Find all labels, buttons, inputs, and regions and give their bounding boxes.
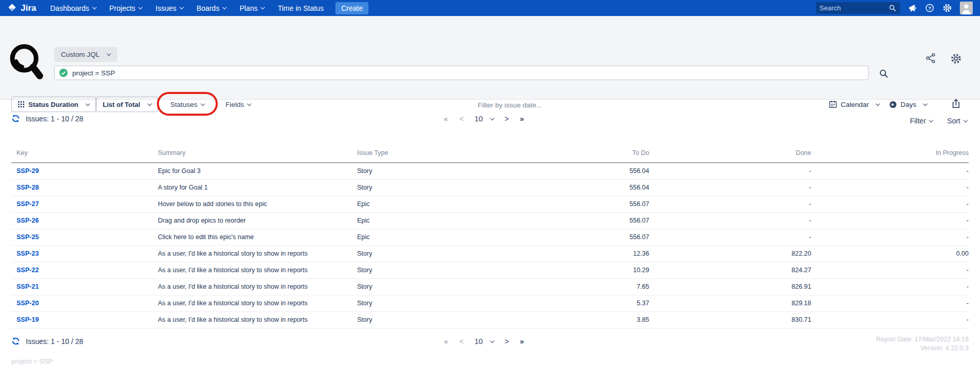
check-circle-icon xyxy=(59,69,68,77)
cell-key: SSP-29 xyxy=(11,163,158,179)
nav-item-dashboards[interactable]: Dashboards xyxy=(43,0,103,16)
table-row: SSP-22As a user, I'd like a historical s… xyxy=(11,262,969,278)
jql-type-dropdown[interactable]: Custom JQL xyxy=(54,47,117,62)
nav-item-issues[interactable]: Issues xyxy=(149,0,189,16)
nav-search-input[interactable] xyxy=(820,4,889,12)
chevron-down-icon xyxy=(490,116,494,120)
cell-summary: As a user, I'd like a historical story t… xyxy=(158,245,357,262)
report-version: Version: 4.22.0.3 xyxy=(876,344,969,353)
page-size-select[interactable]: 10 xyxy=(475,115,494,123)
cell-summary: As a user, I'd like a historical story t… xyxy=(158,278,357,295)
issue-table-body: SSP-29Epic for Goal 3Story556.04--SSP-28… xyxy=(11,163,969,328)
issue-key-link[interactable]: SSP-21 xyxy=(17,283,39,290)
chevron-down-icon xyxy=(490,338,494,342)
nav-item-time-in-status[interactable]: Time in Status xyxy=(271,0,330,16)
search-icon xyxy=(889,4,896,12)
page-prev-button[interactable]: < xyxy=(459,337,463,346)
page-first-button[interactable]: « xyxy=(444,337,448,346)
cell-key: SSP-21 xyxy=(11,278,158,295)
cell-summary: Click here to edit this epic's name xyxy=(158,229,357,245)
export-icon[interactable] xyxy=(950,97,962,112)
cell-to-do: 556.04 xyxy=(502,179,649,196)
page-last-button[interactable]: » xyxy=(520,337,524,346)
report-type-dropdown[interactable]: Status Duration xyxy=(11,97,96,112)
page-next-button[interactable]: > xyxy=(505,115,509,123)
issue-key-link[interactable]: SSP-25 xyxy=(17,233,39,241)
refresh-icon[interactable] xyxy=(11,114,20,123)
cell-to-do: 556.04 xyxy=(502,163,649,179)
issue-key-link[interactable]: SSP-20 xyxy=(17,300,39,307)
chevron-down-icon xyxy=(222,5,227,9)
cell-in-progress: - xyxy=(811,311,969,328)
cell-issue-type: Story xyxy=(357,163,502,179)
cell-done: - xyxy=(649,163,811,179)
cell-summary: As a user, I'd like a historical story t… xyxy=(158,295,357,311)
jql-search-button[interactable] xyxy=(878,68,890,81)
avatar[interactable] xyxy=(960,2,973,14)
cell-done: 822.20 xyxy=(649,245,811,262)
calendar-icon xyxy=(829,100,837,108)
announcement-icon[interactable] xyxy=(908,4,917,13)
chevron-down-icon xyxy=(86,101,90,105)
nav-item-plans[interactable]: Plans xyxy=(233,0,271,16)
column-header-in-progress: In Progress xyxy=(811,146,969,163)
refresh-icon[interactable] xyxy=(11,337,20,346)
table-row: SSP-23As a user, I'd like a historical s… xyxy=(11,245,969,262)
cell-to-do: 12.36 xyxy=(502,245,649,262)
page-first-button[interactable]: « xyxy=(444,115,448,123)
page-prev-button[interactable]: < xyxy=(459,115,463,123)
cell-in-progress: - xyxy=(811,196,969,212)
calendar-dropdown[interactable]: Calendar xyxy=(829,97,879,112)
gear-icon[interactable] xyxy=(942,3,952,13)
issue-key-link[interactable]: SSP-27 xyxy=(17,200,39,208)
filter-dropdown[interactable]: Filter xyxy=(910,117,933,125)
cell-key: SSP-19 xyxy=(11,311,158,328)
issue-key-link[interactable]: SSP-29 xyxy=(17,167,39,175)
fields-dropdown[interactable]: Fields xyxy=(226,97,251,112)
cell-done: 829.18 xyxy=(649,295,811,311)
create-button[interactable]: Create xyxy=(335,2,368,14)
issue-key-link[interactable]: SSP-19 xyxy=(17,316,39,323)
issue-key-link[interactable]: SSP-23 xyxy=(17,250,39,257)
page-next-button[interactable]: > xyxy=(505,337,509,346)
column-header-key: Key xyxy=(11,146,158,163)
issue-key-link[interactable]: SSP-28 xyxy=(17,184,39,191)
issue-key-link[interactable]: SSP-26 xyxy=(17,217,39,224)
filter-sort-controls: Filter Sort xyxy=(910,117,967,125)
help-icon[interactable]: ? xyxy=(925,3,935,13)
eye-icon xyxy=(889,101,897,108)
settings-gear-icon[interactable] xyxy=(949,52,963,67)
nav-item-boards[interactable]: Boards xyxy=(190,0,233,16)
jql-input-field[interactable] xyxy=(54,66,869,80)
page-last-button[interactable]: » xyxy=(520,115,524,123)
page-size-select[interactable]: 10 xyxy=(475,337,494,346)
cell-to-do: 5.37 xyxy=(502,295,649,311)
cell-done: 826.91 xyxy=(649,278,811,295)
units-dropdown[interactable]: Days xyxy=(889,97,927,112)
chevron-down-icon xyxy=(180,5,184,9)
cell-in-progress: - xyxy=(811,295,969,311)
nav-search-box[interactable] xyxy=(816,2,900,14)
cell-summary: Drag and drop epics to reorder xyxy=(158,212,357,229)
nav-item-projects[interactable]: Projects xyxy=(103,0,149,16)
nav-menu: DashboardsProjectsIssuesBoardsPlansTime … xyxy=(43,0,330,16)
cell-in-progress: - xyxy=(811,179,969,196)
table-row: SSP-25Click here to edit this epic's nam… xyxy=(11,229,969,245)
list-type-dropdown[interactable]: List of Total xyxy=(96,97,158,112)
chevron-down-icon xyxy=(963,118,968,122)
jql-input[interactable] xyxy=(72,69,863,77)
statuses-dropdown[interactable]: Statuses xyxy=(170,97,204,112)
cell-issue-type: Story xyxy=(357,311,502,328)
sort-dropdown[interactable]: Sort xyxy=(947,117,967,125)
cell-done: - xyxy=(649,179,811,196)
jira-brand[interactable]: Jira xyxy=(7,3,36,13)
table-header-row: Key Summary Issue Type To Do Done In Pro… xyxy=(11,146,969,163)
table-row: SSP-27Hover below to add stories to this… xyxy=(11,196,969,212)
date-filter-input[interactable] xyxy=(391,98,629,112)
cell-in-progress: - xyxy=(811,229,969,245)
cell-key: SSP-22 xyxy=(11,262,158,278)
share-icon[interactable] xyxy=(924,52,937,66)
cell-issue-type: Epic xyxy=(357,229,502,245)
issue-key-link[interactable]: SSP-22 xyxy=(17,267,39,274)
table-row: SSP-29Epic for Goal 3Story556.04-- xyxy=(11,163,969,179)
